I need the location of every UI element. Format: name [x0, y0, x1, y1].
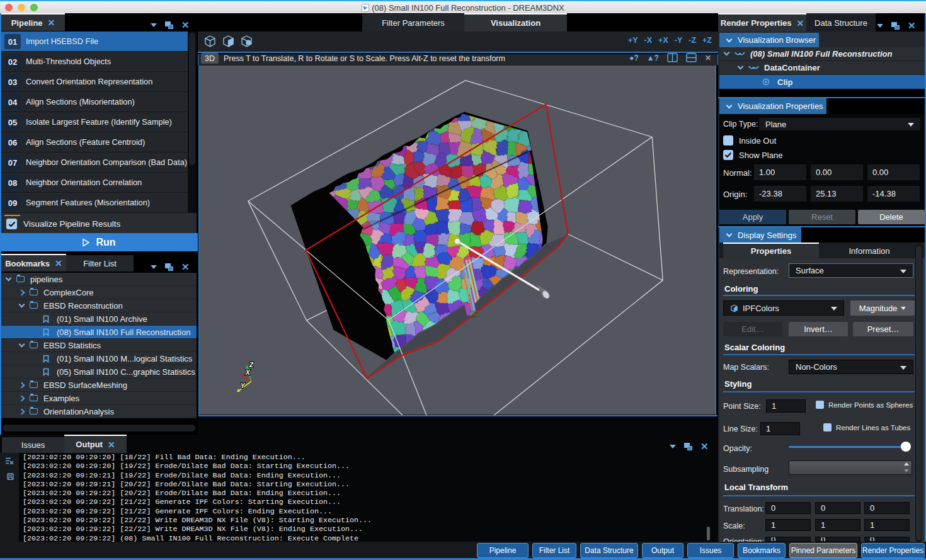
svg-text:Z: Z: [249, 362, 254, 369]
svg-text:X: X: [245, 369, 251, 376]
svg-text:Y: Y: [241, 382, 246, 389]
